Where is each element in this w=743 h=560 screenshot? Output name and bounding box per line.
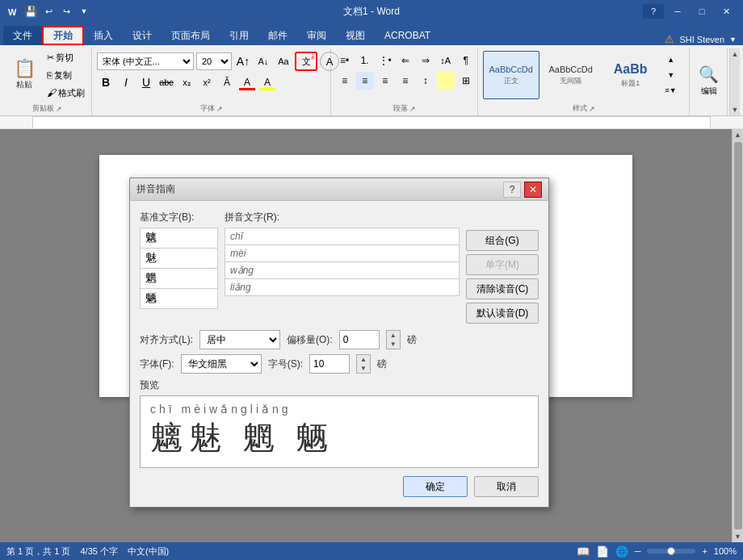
font-family-select[interactable]: 宋体 (中文正... [97, 52, 194, 70]
maximize-button[interactable]: □ [691, 4, 712, 19]
minimize-button[interactable]: ─ [667, 4, 688, 19]
tab-view[interactable]: 视图 [336, 26, 375, 45]
reading-cell-4[interactable]: liǎng [225, 279, 460, 296]
sort-btn[interactable]: ↕A [437, 52, 455, 69]
zoom-slider-thumb[interactable] [667, 547, 675, 555]
styles-scroll-up[interactable]: ▲ [662, 52, 680, 68]
font-color-btn[interactable]: A [238, 73, 256, 91]
user-dropdown-icon[interactable]: ▼ [729, 36, 737, 44]
clipboard-expand-icon[interactable]: ↗ [56, 105, 62, 113]
decrease-font-btn[interactable]: A↓ [254, 52, 272, 70]
font-select[interactable]: 华文细黑 [181, 354, 262, 374]
change-case-btn[interactable]: Aa [275, 52, 292, 70]
styles-expand-icon[interactable]: ↗ [589, 105, 595, 113]
strikethrough-btn[interactable]: abc [157, 73, 175, 91]
format-painter-button[interactable]: 🖌 格式刷 [44, 85, 88, 101]
font-expand-icon[interactable]: ↗ [216, 105, 223, 113]
view-icon-print[interactable]: 📄 [596, 545, 609, 558]
style-nospace[interactable]: AaBbCcDd 无间隔 [543, 51, 599, 99]
shading-btn[interactable] [437, 72, 455, 90]
reading-cell-3[interactable]: wǎng [225, 262, 460, 279]
tab-references[interactable]: 引用 [220, 26, 258, 45]
tab-file[interactable]: 文件 [3, 26, 42, 45]
cancel-button[interactable]: 取消 [474, 476, 539, 497]
subscript-btn[interactable]: x₂ [178, 73, 195, 91]
para-expand-icon[interactable]: ↗ [409, 105, 416, 113]
tab-design[interactable]: 设计 [123, 26, 162, 45]
tab-acrobat[interactable]: ACROBAT [375, 26, 440, 45]
char-cell-3[interactable]: 魍 [141, 269, 218, 289]
undo-icon[interactable]: ↩ [42, 5, 55, 18]
styles-scroll-down[interactable]: ▼ [662, 68, 680, 83]
numbered-list-btn[interactable]: 1. [356, 52, 374, 69]
zoom-plus[interactable]: + [702, 546, 707, 556]
page-info: 第 1 页，共 1 页 [6, 545, 70, 558]
char-cell-4[interactable]: 魉 [141, 289, 218, 309]
increase-indent-btn[interactable]: ⇒ [417, 52, 434, 69]
offset-spinner[interactable]: ▲ ▼ [386, 330, 401, 349]
font-size-select[interactable]: 20 [196, 52, 232, 70]
align-left-btn[interactable]: ≡ [336, 72, 354, 90]
close-button[interactable]: ✕ [716, 4, 737, 19]
line-spacing-btn[interactable]: ↕ [417, 72, 434, 90]
clear-reading-button[interactable]: 清除读音(C) [466, 278, 539, 299]
border-btn[interactable]: ⊞ [457, 72, 475, 90]
show-marks-btn[interactable]: ¶ [457, 52, 475, 69]
size-spin-down[interactable]: ▼ [357, 364, 370, 373]
phonetics-button[interactable]: 文 ā [295, 52, 317, 71]
reading-cell-1[interactable]: chī [225, 228, 460, 245]
ok-button[interactable]: 确定 [403, 476, 468, 497]
highlight-btn[interactable]: A [258, 73, 276, 91]
size-input[interactable] [309, 354, 350, 374]
tab-start[interactable]: 开始 [42, 26, 84, 45]
italic-btn[interactable]: I [117, 73, 135, 91]
tab-review[interactable]: 审阅 [297, 26, 336, 45]
reading-cell-2[interactable]: mèi [225, 245, 460, 262]
increase-font-btn[interactable]: A↑ [234, 52, 252, 70]
bullet-list-btn[interactable]: ≡• [336, 52, 354, 69]
default-reading-button[interactable]: 默认读音(D) [466, 303, 539, 324]
size-spin-up[interactable]: ▲ [357, 355, 370, 364]
combine-button[interactable]: 组合(G) [466, 230, 539, 251]
align-right-btn[interactable]: ≡ [376, 72, 394, 90]
paste-button[interactable]: 📋 粘贴 [6, 52, 42, 98]
superscript-btn[interactable]: x² [198, 73, 216, 91]
bold-btn[interactable]: B [97, 73, 115, 91]
help-button[interactable]: ? [643, 4, 664, 19]
clear-format-btn[interactable]: Ā [218, 73, 236, 91]
multilevel-list-btn[interactable]: ⋮• [376, 52, 394, 69]
single-char-button[interactable]: 单字(M) [466, 254, 539, 275]
save-icon[interactable]: 💾 [24, 5, 37, 18]
view-icon-read[interactable]: 📖 [577, 545, 590, 558]
align-center-btn[interactable]: ≡ [356, 72, 374, 90]
dialog-close-button[interactable]: ✕ [524, 182, 542, 198]
cut-button[interactable]: ✂ 剪切 [44, 49, 88, 65]
underline-btn[interactable]: U [137, 73, 155, 91]
justify-btn[interactable]: ≡ [397, 72, 414, 90]
tab-pagelayout[interactable]: 页面布局 [162, 26, 220, 45]
size-spinner[interactable]: ▲ ▼ [356, 354, 371, 374]
zoom-slider[interactable] [647, 549, 695, 554]
align-select[interactable]: 居中 [199, 330, 280, 349]
ribbon-scrollbar[interactable]: ▲ ▼ [729, 48, 740, 115]
editing-btn[interactable]: 🔍 编辑 [695, 58, 724, 103]
offset-spin-up[interactable]: ▲ [387, 331, 400, 340]
vertical-scrollbar[interactable]: ▲ ▼ [732, 129, 743, 542]
char-cell-1[interactable]: 魑 [141, 228, 218, 249]
tab-insert[interactable]: 插入 [84, 26, 123, 45]
customize-icon[interactable]: ▼ [78, 5, 90, 18]
char-cell-2[interactable]: 魅 [141, 249, 218, 269]
copy-button[interactable]: ⎘ 复制 [44, 67, 88, 83]
pinyin-guide-dialog[interactable]: 拼音指南 ? ✕ 基准文字(B): 魑 魅 [129, 178, 549, 508]
zoom-minus[interactable]: ─ [635, 546, 641, 556]
style-normal[interactable]: AaBbCcDd 正文 [483, 51, 539, 99]
styles-more[interactable]: ≡▼ [662, 82, 680, 98]
view-icon-web[interactable]: 🌐 [615, 545, 628, 558]
style-heading1[interactable]: AaBb 标题1 [602, 51, 659, 99]
offset-spin-down[interactable]: ▼ [387, 340, 400, 349]
offset-input[interactable] [339, 330, 380, 349]
dialog-help-button[interactable]: ? [503, 182, 521, 198]
redo-icon[interactable]: ↪ [60, 5, 73, 18]
tab-mailings[interactable]: 邮件 [258, 26, 297, 45]
decrease-indent-btn[interactable]: ⇐ [397, 52, 414, 69]
